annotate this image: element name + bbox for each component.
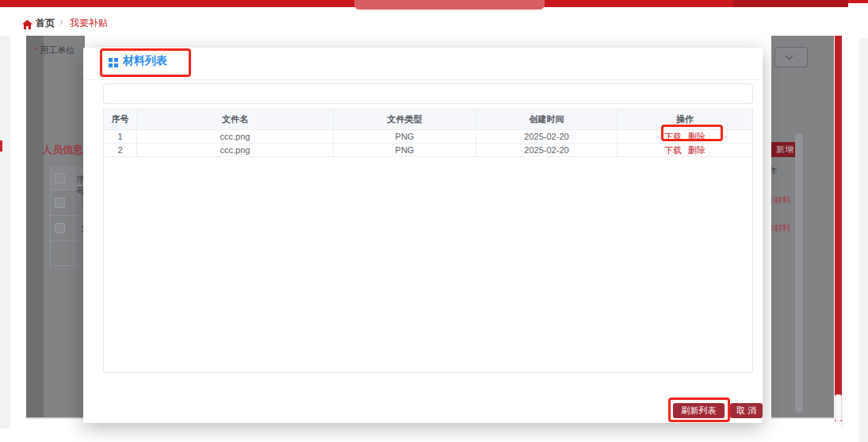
- material-table-row: 2 ccc.png PNG 2025-02-20 下载 删除: [104, 144, 752, 157]
- cell-created: 2025-02-20: [476, 130, 618, 144]
- select-all-checkbox[interactable]: [55, 173, 65, 183]
- dialog-toolbar: [103, 83, 753, 104]
- grid-icon: [109, 58, 118, 67]
- cell-filename: ccc.png: [137, 144, 334, 157]
- red-scrollbar-track[interactable]: [835, 36, 842, 421]
- red-scrollbar-thumb[interactable]: [835, 394, 842, 421]
- breadcrumb-separator-icon: ›: [59, 15, 63, 28]
- download-link[interactable]: 下载: [664, 144, 682, 156]
- home-icon[interactable]: [22, 18, 33, 28]
- top-red-bar-dark-segment: [733, 0, 848, 7]
- col-header-filename: 文件名: [137, 110, 334, 130]
- row-checkbox[interactable]: [55, 198, 65, 208]
- view-material-link[interactable]: 看材料: [771, 222, 791, 234]
- download-link[interactable]: 下载: [664, 131, 682, 143]
- left-gutter: [0, 36, 10, 429]
- employer-select[interactable]: [774, 47, 808, 67]
- cancel-button[interactable]: 取 消: [730, 403, 763, 418]
- view-material-link[interactable]: 看材料: [771, 194, 791, 206]
- dialog-header-divider: [83, 79, 763, 80]
- cell-no: 1: [104, 130, 137, 144]
- chevron-down-icon: [786, 52, 793, 60]
- right-panel-divider: [842, 36, 843, 429]
- cell-no: 2: [104, 144, 137, 157]
- left-red-marker: [0, 140, 2, 152]
- cell-ops: 下载 删除: [618, 144, 752, 157]
- col-header-filetype: 文件类型: [334, 110, 476, 130]
- refresh-list-button[interactable]: 刷新列表: [673, 403, 725, 418]
- dialog-title: 材料列表: [123, 54, 167, 68]
- cell-ops: 下载 删除: [618, 130, 752, 144]
- employer-field-label: *用工单位: [35, 44, 75, 56]
- delete-link[interactable]: 删除: [688, 144, 705, 156]
- cell-filetype: PNG: [334, 130, 476, 144]
- col-header-created: 创建时间: [476, 110, 618, 130]
- dimmed-page-right: 新增 作 看材料 看材料: [771, 36, 834, 419]
- top-red-bar-tab: [354, 0, 545, 10]
- material-list-dialog: 材料列表 序号 文件名 文件类型 创建时间 操作 1 ccc.png PNG 2…: [83, 48, 763, 423]
- screen: 首页 › 我要补贴 *用工单位 人员信息列 序号 1 2 新增 作 看材料 看材…: [0, 0, 868, 442]
- right-gutter: [859, 38, 868, 442]
- material-table: 序号 文件名 文件类型 创建时间 操作 1 ccc.png PNG 2025-0…: [103, 109, 753, 373]
- personnel-table-column-border: [73, 167, 74, 269]
- material-table-header: 序号 文件名 文件类型 创建时间 操作: [104, 110, 752, 130]
- row-checkbox[interactable]: [55, 223, 65, 233]
- required-asterisk: *: [35, 45, 38, 55]
- cell-filetype: PNG: [334, 144, 476, 157]
- material-table-row: 1 ccc.png PNG 2025-02-20 下载 删除: [104, 130, 752, 144]
- page-scrollbar-thumb[interactable]: [795, 133, 803, 413]
- breadcrumb-current: 我要补贴: [70, 17, 108, 30]
- personnel-section-title: 人员信息列: [42, 143, 85, 157]
- col-header-ops: 操作: [618, 110, 752, 130]
- cell-filename: ccc.png: [137, 130, 334, 144]
- ops-column-header: 作: [771, 165, 777, 177]
- breadcrumb-home[interactable]: 首页: [36, 17, 55, 30]
- delete-link[interactable]: 删除: [688, 131, 705, 143]
- cell-created: 2025-02-20: [476, 144, 618, 157]
- personnel-table-row: [50, 241, 85, 266]
- collapsed-sidebar: [26, 36, 44, 419]
- personnel-table-left-border: [50, 167, 51, 270]
- dimmed-page-left: *用工单位 人员信息列 序号 1 2: [26, 36, 85, 419]
- col-header-no: 序号: [104, 110, 137, 130]
